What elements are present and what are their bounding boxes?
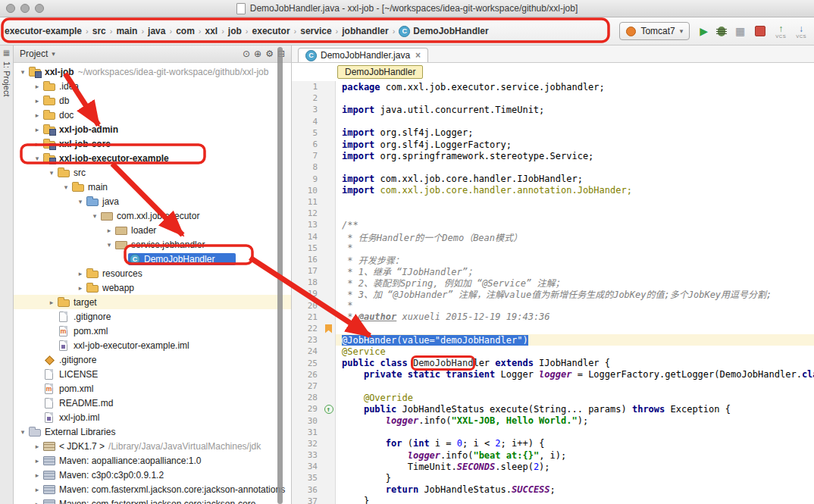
line-number[interactable]: 3 [292,104,322,115]
code-line-7[interactable]: 7import org.springframework.stereotype.S… [292,150,814,161]
breadcrumb-item-service[interactable]: service [297,24,334,38]
project-tool-window-button[interactable]: 1: Project [2,61,11,96]
line-number[interactable]: 31 [292,427,322,438]
tree-expand-arrow[interactable]: ▸ [33,97,42,105]
tree-expand-arrow[interactable]: ▸ [47,299,56,306]
tree-expand-arrow[interactable]: ▸ [76,284,85,292]
line-number[interactable]: 14 [292,230,322,242]
line-number[interactable]: 30 [292,415,322,426]
tree-item-com.xxl.job.executor[interactable]: ▾com.xxl.job.executor [14,208,291,223]
gutter-icon-slot[interactable] [322,323,336,334]
line-number[interactable]: 33 [292,449,322,461]
tree-expand-arrow[interactable]: ▸ [33,500,42,504]
code-line-37[interactable]: 37 } [292,496,814,504]
override-method-icon[interactable]: ↑ [324,405,333,414]
run-configuration-selector[interactable]: Tomcat7 ▾ [619,22,690,40]
code-line-4[interactable]: 4 [292,116,814,127]
code-line-25[interactable]: 25public class DemoJobHandler extends IJ… [292,358,814,369]
tree-collapse-arrow[interactable]: ▾ [18,428,27,436]
line-number[interactable]: 26 [292,369,322,380]
line-number[interactable]: 35 [292,472,322,484]
code-line-15[interactable]: 15 * [292,243,814,254]
line-number[interactable]: 18 [292,277,322,288]
tree-expand-arrow[interactable]: ▸ [33,457,42,465]
tree-item-service.jobhandler[interactable]: ▾service.jobhandler [14,237,291,252]
tree-item-DemoJobHandler[interactable]: CDemoJobHandler [14,252,291,266]
line-number[interactable]: 21 [292,311,322,323]
tree-item-README.md[interactable]: README.md [14,396,291,410]
tree-item-Maven: com.fasterxml.jackson.core:jackson-annotations[interactable]: ▸Maven: com.fasterxml.jackson.core:jacks… [14,482,291,496]
tree-item-LICENSE[interactable]: LICENSE [14,367,291,381]
tree-item-resources[interactable]: ▸resources [14,266,291,280]
tree-item-xxl-job[interactable]: ▾xxl-job~/workspaces/idea-git-workspace/… [14,64,291,79]
code-line-3[interactable]: 3import java.util.concurrent.TimeUnit; [292,104,814,115]
tree-item-java[interactable]: ▾java [14,194,291,208]
code-line-24[interactable]: 24@Service [292,346,814,357]
tree-expand-arrow[interactable]: ▸ [33,443,42,450]
tree-collapse-arrow[interactable]: ▾ [18,68,27,76]
editor-breadcrumb-chip[interactable]: DemoJobHandler [337,65,423,79]
tree-item-xxl-job.iml[interactable]: xxl-job.iml [14,410,291,424]
code-line-20[interactable]: 20 * [292,300,814,311]
close-tab-icon[interactable]: × [414,50,421,61]
line-number[interactable]: 32 [292,438,322,449]
tree-item-.idea[interactable]: ▸.idea [14,79,291,93]
tree-item-xxl-job-core[interactable]: ▸xxl-job-core [14,136,291,151]
code-line-2[interactable]: 2 [292,92,814,104]
tree-expand-arrow[interactable]: ▸ [33,471,42,479]
code-line-22[interactable]: 22 */ [292,323,814,334]
breadcrumb-item-job[interactable]: job [225,24,245,38]
tree-item-xxl-job-executor-example.iml[interactable]: xxl-job-executor-example.iml [14,338,291,352]
minimize-window-button[interactable] [20,4,30,13]
line-number[interactable]: 16 [292,254,322,265]
code-line-10[interactable]: 10import com.xxl.job.core.handler.annota… [292,185,814,196]
breadcrumb-item-main[interactable]: main [113,24,140,38]
tree-expand-arrow[interactable]: ▸ [105,227,114,234]
code-line-16[interactable]: 16 * 开发步骤： [292,254,814,265]
gutter-icon-slot[interactable]: ↑ [322,403,336,415]
breadcrumb-item-executor[interactable]: executor [249,24,293,38]
code-line-36[interactable]: 36 return JobHandleStatus.SUCCESS; [292,484,814,496]
code-line-27[interactable]: 27 [292,380,814,392]
line-number[interactable]: 7 [292,150,322,161]
locate-icon[interactable]: ⊙ [243,49,250,59]
tree-item-xxl-job-admin[interactable]: ▸xxl-job-admin [14,122,291,136]
code-line-29[interactable]: 29↑ public JobHandleStatus execute(Strin… [292,403,814,415]
line-number[interactable]: 20 [292,300,322,311]
tree-item-main[interactable]: ▾main [14,180,291,194]
code-line-31[interactable]: 31 [292,427,814,438]
line-number[interactable]: 9 [292,174,322,185]
code-line-1[interactable]: 1package com.xxl.job.executor.service.jo… [292,81,814,92]
breadcrumb-item-com[interactable]: com [173,24,198,38]
gear-icon[interactable]: ⚙ [265,49,274,59]
tree-collapse-arrow[interactable]: ▾ [47,169,56,177]
tree-item-src[interactable]: ▾src [14,165,291,180]
line-number[interactable]: 25 [292,358,322,369]
line-number[interactable]: 34 [292,461,322,472]
line-number[interactable]: 19 [292,288,322,299]
line-number[interactable]: 11 [292,196,322,208]
tree-item-Maven: aopalliance:aopalliance:1.0[interactable]: ▸Maven: aopalliance:aopalliance:1.0 [14,453,291,468]
tree-collapse-arrow[interactable]: ▾ [61,183,70,191]
line-number[interactable]: 15 [292,243,322,254]
line-number[interactable]: 12 [292,208,322,219]
code-line-11[interactable]: 11 [292,196,814,208]
code-editor[interactable]: 1package com.xxl.job.executor.service.jo… [292,81,814,504]
code-line-28[interactable]: 28 @Override [292,392,814,403]
filter-icon[interactable]: ⊕ [254,49,261,59]
line-number[interactable]: 6 [292,139,322,150]
tree-item-doc[interactable]: ▸doc [14,108,291,122]
code-line-14[interactable]: 14 * 任务Handler的一个Demo（Bean模式） [292,230,814,242]
coverage-button[interactable]: ▦ [735,26,745,36]
line-number[interactable]: 4 [292,116,322,127]
breadcrumb-item-src[interactable]: src [89,24,109,38]
project-panel-title[interactable]: Project [20,49,48,59]
tree-item-db[interactable]: ▸db [14,93,291,108]
line-number[interactable]: 10 [292,185,322,196]
vcs-update-button[interactable]: ↓ VCS [796,24,806,39]
code-line-8[interactable]: 8 [292,161,814,173]
line-number[interactable]: 24 [292,346,322,357]
line-number[interactable]: 22 [292,323,322,334]
code-line-34[interactable]: 34 TimeUnit.SECONDS.sleep(2); [292,461,814,472]
code-line-30[interactable]: 30 logger.info("XXL-JOB, Hello World."); [292,415,814,426]
